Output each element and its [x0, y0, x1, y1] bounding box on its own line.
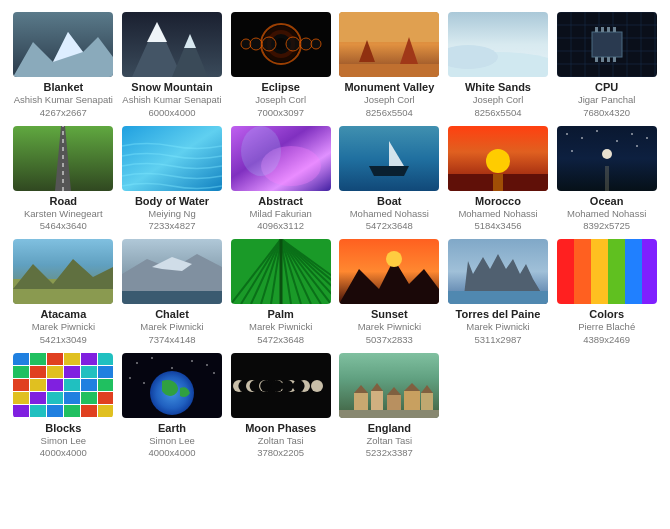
wallpaper-title-ocean: Ocean [590, 195, 624, 208]
wallpaper-size-boat: 5472x3648 [366, 220, 413, 231]
svg-point-103 [386, 251, 402, 267]
svg-rect-126 [30, 379, 46, 391]
wallpaper-item-snow-mountain[interactable]: Snow MountainAshish Kumar Senapati6000x4… [121, 12, 224, 118]
svg-point-74 [636, 145, 638, 147]
svg-point-19 [311, 39, 321, 49]
svg-rect-138 [30, 405, 46, 417]
wallpaper-title-sunset: Sunset [371, 308, 408, 321]
wallpaper-thumb-blanket [13, 12, 113, 77]
svg-rect-134 [64, 392, 80, 404]
svg-rect-131 [13, 392, 29, 404]
svg-rect-44 [595, 27, 598, 32]
wallpaper-author-white-sands: Joseph Corl [473, 94, 524, 106]
wallpaper-thumb-snow-mountain [122, 12, 222, 77]
wallpaper-title-eclipse: Eclipse [261, 81, 300, 94]
wallpaper-thumb-abstract [231, 126, 331, 191]
wallpaper-author-ocean: Mohamed Nohassi [567, 208, 646, 220]
wallpaper-title-blanket: Blanket [43, 81, 83, 94]
wallpaper-item-chalet[interactable]: ChaletMarek Piwnicki7374x4148 [121, 239, 224, 345]
wallpaper-author-eclipse: Joseph Corl [255, 94, 306, 106]
wallpaper-author-england: Zoltan Tasi [366, 435, 412, 447]
wallpaper-size-colors: 4389x2469 [583, 334, 630, 345]
wallpaper-item-road[interactable]: RoadKarsten Winegeart5464x3640 [12, 126, 115, 232]
wallpaper-item-palm[interactable]: PalmMarek Piwnicki5472x3648 [229, 239, 332, 345]
wallpaper-title-white-sands: White Sands [465, 81, 531, 94]
wallpaper-item-blanket[interactable]: BlanketAshish Kumar Senapati4267x2667 [12, 12, 115, 118]
wallpaper-size-sunset: 5037x2833 [366, 334, 413, 345]
svg-rect-114 [30, 353, 46, 365]
svg-rect-133 [47, 392, 63, 404]
svg-point-75 [602, 149, 612, 159]
wallpaper-thumb-road [13, 126, 113, 191]
wallpaper-item-moon-phases[interactable]: Moon PhasesZoltan Tasi3780x2205 [229, 353, 332, 459]
wallpaper-item-ocean[interactable]: OceanMohamed Nohassi8392x5725 [555, 126, 658, 232]
svg-point-12 [275, 38, 287, 50]
svg-rect-170 [371, 391, 383, 413]
svg-point-149 [213, 372, 214, 373]
svg-rect-46 [601, 27, 604, 32]
wallpaper-item-torres-del-paine[interactable]: Torres del PaineMarek Piwnicki5311x2987 [447, 239, 550, 345]
wallpaper-item-atacama[interactable]: AtacamaMarek Piwnicki5421x3049 [12, 239, 115, 345]
svg-rect-108 [574, 239, 591, 304]
wallpaper-title-road: Road [50, 195, 78, 208]
svg-rect-112 [642, 239, 657, 304]
wallpaper-author-cpu: Jigar Panchal [578, 94, 636, 106]
svg-point-18 [300, 38, 312, 50]
svg-point-68 [581, 137, 583, 139]
svg-rect-135 [81, 392, 97, 404]
wallpaper-item-eclipse[interactable]: EclipseJoseph Corl7000x3097 [229, 12, 332, 118]
wallpaper-thumb-earth [122, 353, 222, 418]
svg-point-70 [616, 140, 618, 142]
svg-point-58 [241, 126, 281, 176]
wallpaper-thumb-blocks [13, 353, 113, 418]
svg-rect-136 [98, 392, 113, 404]
wallpaper-item-boat[interactable]: BoatMohamed Nohassi5472x3648 [338, 126, 441, 232]
wallpaper-item-white-sands[interactable]: White SandsJoseph Corl8256x5504 [447, 12, 550, 118]
wallpaper-item-body-of-water[interactable]: Body of WaterMeiying Ng7233x4827 [121, 126, 224, 232]
wallpaper-item-cpu[interactable]: CPUJigar Panchal7680x4320 [555, 12, 658, 118]
wallpaper-grid: BlanketAshish Kumar Senapati4267x2667Sno… [12, 12, 658, 458]
svg-rect-132 [30, 392, 46, 404]
wallpaper-author-snow-mountain: Ashish Kumar Senapati [122, 94, 221, 106]
wallpaper-size-england: 5232x3387 [366, 447, 413, 458]
wallpaper-author-colors: Pierre Blaché [578, 321, 635, 333]
wallpaper-title-boat: Boat [377, 195, 401, 208]
svg-point-16 [262, 37, 276, 51]
svg-point-72 [646, 137, 648, 139]
svg-rect-116 [64, 353, 80, 365]
wallpaper-author-boat: Mohamed Nohassi [350, 208, 429, 220]
wallpaper-item-monument-valley[interactable]: Monument ValleyJoseph Corl8256x5504 [338, 12, 441, 118]
svg-point-151 [143, 382, 144, 383]
svg-rect-113 [13, 353, 29, 365]
wallpaper-author-body-of-water: Meiying Ng [148, 208, 196, 220]
wallpaper-item-blocks[interactable]: BlocksSimon Lee4000x4000 [12, 353, 115, 459]
svg-rect-110 [608, 239, 625, 304]
svg-marker-60 [369, 166, 409, 176]
wallpaper-size-cpu: 7680x4320 [583, 107, 630, 118]
wallpaper-size-palm: 5472x3648 [257, 334, 304, 345]
svg-rect-130 [98, 379, 113, 391]
wallpaper-item-earth[interactable]: EarthSimon Lee4000x4000 [121, 353, 224, 459]
wallpaper-size-eclipse: 7000x3097 [257, 107, 304, 118]
wallpaper-thumb-cpu [557, 12, 657, 77]
wallpaper-title-colors: Colors [589, 308, 624, 321]
wallpaper-title-england: England [368, 422, 411, 435]
wallpaper-title-monument-valley: Monument Valley [344, 81, 434, 94]
wallpaper-item-colors[interactable]: ColorsPierre Blaché4389x2469 [555, 239, 658, 345]
svg-point-71 [631, 133, 633, 135]
wallpaper-thumb-chalet [122, 239, 222, 304]
svg-rect-51 [613, 57, 616, 62]
svg-point-145 [151, 357, 152, 358]
svg-rect-127 [47, 379, 63, 391]
wallpaper-author-abstract: Milad Fakurian [250, 208, 312, 220]
svg-rect-174 [404, 391, 420, 413]
svg-point-166 [311, 380, 323, 392]
wallpaper-item-sunset[interactable]: SunsetMarek Piwnicki5037x2833 [338, 239, 441, 345]
svg-point-147 [191, 360, 192, 361]
wallpaper-item-morocco[interactable]: MoroccoMohamed Nohassi5184x3456 [447, 126, 550, 232]
svg-point-63 [486, 149, 510, 173]
svg-rect-65 [493, 174, 503, 191]
wallpaper-author-road: Karsten Winegeart [24, 208, 103, 220]
wallpaper-item-england[interactable]: EnglandZoltan Tasi5232x3387 [338, 353, 441, 459]
wallpaper-item-abstract[interactable]: AbstractMilad Fakurian4096x3112 [229, 126, 332, 232]
